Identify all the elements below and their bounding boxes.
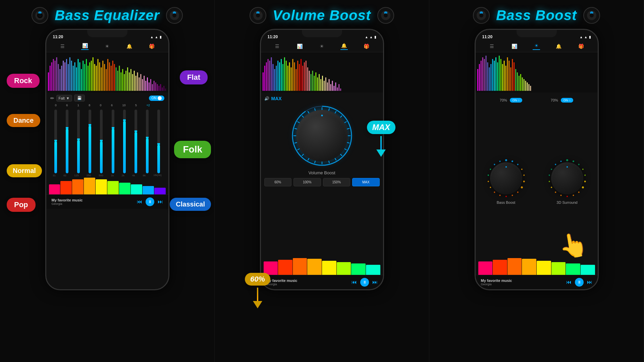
phone-frame-2: 11:20 ▲ ▲ ▮ ☰ 📊 ☀ 🔔 🎁 <box>260 29 384 290</box>
folk-label: Folk <box>174 141 211 158</box>
speaker-left-icon-2 <box>249 7 267 24</box>
volume-down-button-2[interactable] <box>260 94 261 107</box>
next-button-1[interactable]: ⏭ <box>158 199 163 205</box>
normal-badge[interactable]: Normal <box>7 164 42 177</box>
surround-knob-wrapper[interactable] <box>547 158 587 198</box>
max-arrow-stem <box>380 136 382 149</box>
bell-icon-1[interactable]: 🔔 <box>126 43 133 50</box>
folk-badge[interactable]: Folk <box>174 141 211 158</box>
bottom-bar-2: My favorite music Georgia ⏮ ⏸ ⏭ <box>261 275 383 289</box>
svg-rect-90 <box>264 66 265 91</box>
slider-62hz[interactable] <box>62 110 72 173</box>
svg-point-232 <box>560 194 561 196</box>
playback-controls-1: ⏮ ⏸ ⏭ <box>137 197 163 206</box>
rock-badge[interactable]: Rock <box>7 74 40 88</box>
eq-preset-select[interactable]: Falt ▼ <box>56 95 72 102</box>
svg-rect-29 <box>81 69 82 91</box>
boost-max-button[interactable]: MAX <box>352 178 380 186</box>
volume-up-button-2[interactable] <box>260 77 261 90</box>
bass-knob-wrapper[interactable] <box>486 158 526 198</box>
pop-badge[interactable]: Pop <box>7 198 36 212</box>
song-title-1: My favorite music <box>52 198 83 202</box>
next-button-2[interactable]: ⏭ <box>372 279 378 285</box>
svg-point-210 <box>520 186 523 189</box>
svg-rect-111 <box>299 64 300 91</box>
gift-icon-1[interactable]: 🎁 <box>148 43 155 50</box>
brightness-icon-1[interactable]: ☀ <box>103 43 111 50</box>
volume-down-button[interactable] <box>45 94 46 107</box>
eq-save-button[interactable]: 💾 <box>74 95 85 102</box>
gift-icon-2[interactable]: 🎁 <box>363 43 370 50</box>
power-button-2[interactable] <box>383 83 384 104</box>
menu-icon-1[interactable]: ☰ <box>59 43 66 50</box>
svg-rect-178 <box>489 67 490 91</box>
speaker-left-icon-3 <box>473 7 490 24</box>
svg-rect-133 <box>335 82 336 91</box>
boost-150-button[interactable]: 150% <box>323 178 351 186</box>
svg-rect-174 <box>482 57 483 91</box>
slider-2khz[interactable] <box>119 110 130 173</box>
svg-rect-79 <box>163 86 164 91</box>
next-button-3[interactable]: ⏭ <box>587 279 592 285</box>
volume-down-button-3[interactable] <box>475 94 475 107</box>
eq-icon-1[interactable]: 📊 <box>81 43 89 50</box>
signal-icon-3: ▲ <box>580 35 583 39</box>
bell-icon-3[interactable]: 🔔 <box>555 43 562 50</box>
svg-rect-78 <box>162 87 163 91</box>
svg-rect-122 <box>317 77 318 91</box>
pause-button-1[interactable]: ⏸ <box>146 197 154 206</box>
speaker-volume-icon: 🔊 <box>264 96 269 101</box>
menu-icon-3[interactable]: ☰ <box>488 43 496 50</box>
menu-icon-2[interactable]: ☰ <box>274 43 281 50</box>
boost-60-button[interactable]: 60% <box>264 178 292 186</box>
svg-rect-182 <box>495 57 496 91</box>
pop-label: Pop <box>7 198 36 212</box>
volume-knob-wrapper[interactable] <box>290 104 354 168</box>
svg-rect-33 <box>87 66 88 91</box>
surround-toggle-button[interactable]: ON ○ <box>561 98 573 103</box>
flat-badge[interactable]: Flat <box>180 70 208 84</box>
volume-up-button[interactable] <box>45 77 46 90</box>
pause-button-3[interactable]: ⏸ <box>575 278 584 287</box>
svg-rect-172 <box>479 64 480 91</box>
svg-rect-60 <box>132 74 133 91</box>
top-nav-3: ☰ 📊 ☀ 🔔 🎁 <box>476 41 598 52</box>
sixty-arrow-container <box>245 288 270 308</box>
volume-icon-2[interactable]: 🔔 <box>340 43 348 50</box>
brightness-icon-3[interactable]: ☀ <box>533 43 540 50</box>
svg-rect-42 <box>102 61 103 91</box>
prev-button-3[interactable]: ⏮ <box>566 279 572 285</box>
slider-31hz[interactable] <box>50 110 61 173</box>
bass-toggle-button[interactable]: ON ○ <box>510 98 522 103</box>
brightness-icon-2[interactable]: ☀ <box>318 43 325 50</box>
prev-button-2[interactable]: ⏮ <box>352 279 357 285</box>
slider-125hz[interactable] <box>73 110 84 173</box>
dance-badge[interactable]: Dance <box>7 114 40 127</box>
svg-rect-18 <box>63 61 64 91</box>
eq-icon-2[interactable]: 📊 <box>296 43 303 50</box>
slider-16khz[interactable] <box>153 110 164 173</box>
waveform-3 <box>476 52 598 93</box>
power-button-3[interactable] <box>598 83 599 104</box>
eq-icon-3[interactable]: 📊 <box>511 43 518 50</box>
power-button[interactable] <box>169 83 169 104</box>
eq-toggle[interactable]: ON <box>149 96 164 101</box>
speaker-right-icon <box>166 7 183 24</box>
boost-100-button[interactable]: 100% <box>293 178 321 186</box>
svg-rect-96 <box>274 69 275 91</box>
slider-1khz[interactable] <box>108 110 118 173</box>
svg-point-219 <box>489 168 491 170</box>
classical-badge[interactable]: Classical <box>170 198 211 211</box>
prev-button-1[interactable]: ⏮ <box>137 199 142 205</box>
boost-toggle-row: 70% ON ○ 70% ON ○ <box>479 96 594 105</box>
gift-icon-3[interactable]: 🎁 <box>577 43 585 50</box>
bass-boost-panel: Bass Boost 11:20 ▲ ▲ ▮ ☰ <box>429 0 644 362</box>
svg-rect-72 <box>152 84 153 91</box>
pause-button-2[interactable]: ⏸ <box>360 278 369 287</box>
slider-8khz[interactable] <box>142 110 153 173</box>
slider-500hz[interactable] <box>96 110 107 173</box>
slider-250hz[interactable] <box>85 110 95 173</box>
slider-4khz[interactable] <box>130 110 141 173</box>
volume-up-button-3[interactable] <box>475 77 475 90</box>
svg-line-141 <box>340 116 342 118</box>
